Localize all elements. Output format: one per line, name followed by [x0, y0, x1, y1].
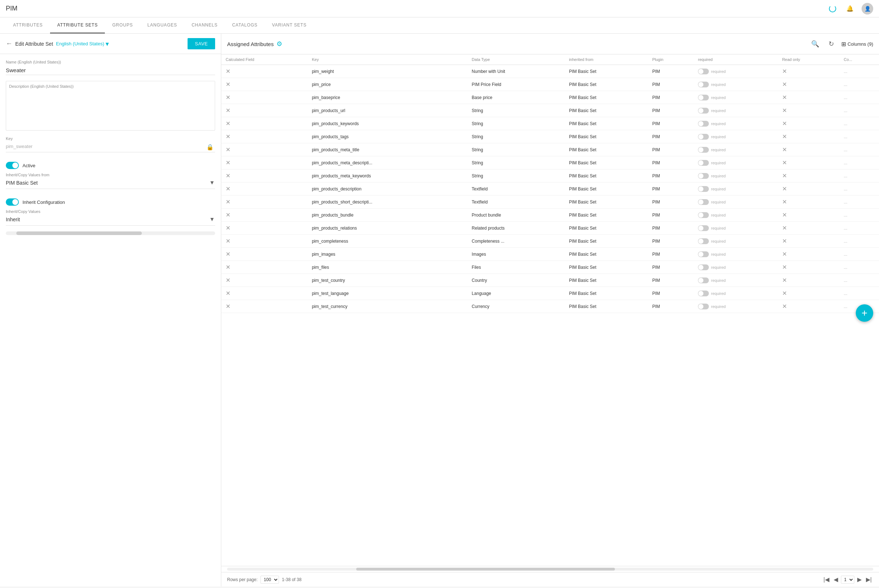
required-toggle[interactable]	[698, 147, 709, 153]
tab-languages[interactable]: LANGUAGES	[140, 17, 184, 33]
cell-read-only[interactable]: ✕	[778, 261, 840, 274]
search-icon[interactable]: 🔍	[809, 38, 821, 50]
cell-x-btn[interactable]: ✕	[221, 65, 308, 78]
left-scrollbar[interactable]	[6, 231, 215, 235]
tab-catalogs[interactable]: CATALOGS	[225, 17, 265, 33]
refresh-icon[interactable]	[827, 3, 838, 15]
page-select[interactable]: 1	[841, 576, 854, 584]
last-page-button[interactable]: ▶|	[864, 575, 873, 584]
tab-attribute-sets[interactable]: ATTRIBUTE SETS	[50, 17, 105, 33]
required-toggle[interactable]	[698, 278, 709, 283]
cell-x-btn[interactable]: ✕	[221, 222, 308, 235]
cell-required: required	[694, 91, 778, 104]
cell-read-only[interactable]: ✕	[778, 65, 840, 78]
cell-x-btn[interactable]: ✕	[221, 156, 308, 170]
cell-read-only[interactable]: ✕	[778, 104, 840, 117]
cell-x-btn[interactable]: ✕	[221, 104, 308, 117]
cell-read-only[interactable]: ✕	[778, 287, 840, 300]
table-row: ✕ pim_test_country Country PIM Basic Set…	[221, 274, 879, 287]
cell-read-only[interactable]: ✕	[778, 208, 840, 222]
save-button[interactable]: SAVE	[188, 38, 215, 50]
required-toggle[interactable]	[698, 225, 709, 231]
language-selector[interactable]: English (United States) ▾	[56, 40, 109, 48]
cell-read-only[interactable]: ✕	[778, 248, 840, 261]
cell-x-btn[interactable]: ✕	[221, 117, 308, 130]
required-toggle[interactable]	[698, 121, 709, 127]
cell-x-btn[interactable]: ✕	[221, 143, 308, 156]
cell-x-btn[interactable]: ✕	[221, 248, 308, 261]
inherit-from-select[interactable]: PIM Basic Set ▾	[6, 178, 215, 189]
cell-read-only[interactable]: ✕	[778, 78, 840, 91]
required-toggle[interactable]	[698, 186, 709, 192]
active-toggle[interactable]	[6, 162, 19, 169]
required-toggle[interactable]	[698, 173, 709, 179]
table-h-scrollbar[interactable]	[227, 568, 873, 571]
required-toggle[interactable]	[698, 160, 709, 166]
cell-x-btn[interactable]: ✕	[221, 274, 308, 287]
cell-read-only[interactable]: ✕	[778, 222, 840, 235]
table-row: ✕ pim_test_language Language PIM Basic S…	[221, 287, 879, 300]
cell-x-btn[interactable]: ✕	[221, 195, 308, 208]
rows-per-page-select[interactable]: 100 50 25	[261, 576, 279, 584]
required-toggle[interactable]	[698, 291, 709, 296]
columns-button[interactable]: ⊞ Columns (9)	[841, 40, 873, 48]
cell-read-only[interactable]: ✕	[778, 143, 840, 156]
required-toggle[interactable]	[698, 69, 709, 74]
required-toggle[interactable]	[698, 264, 709, 270]
avatar[interactable]: 👤	[862, 3, 873, 15]
cell-x-btn[interactable]: ✕	[221, 91, 308, 104]
cell-x-btn[interactable]: ✕	[221, 208, 308, 222]
cell-plugin: PIM	[648, 130, 694, 143]
settings-gear-icon[interactable]: ⚙	[276, 40, 282, 48]
columns-grid-icon: ⊞	[841, 40, 846, 48]
cell-read-only[interactable]: ✕	[778, 183, 840, 195]
cell-x-btn[interactable]: ✕	[221, 287, 308, 300]
key-field-group: Key 🔒	[6, 136, 215, 152]
desc-textarea[interactable]	[9, 90, 212, 126]
cell-read-only[interactable]: ✕	[778, 274, 840, 287]
cell-key: pim_files	[308, 261, 468, 274]
inherit-config-toggle[interactable]	[6, 198, 19, 206]
required-toggle[interactable]	[698, 108, 709, 114]
first-page-button[interactable]: |◀	[822, 575, 831, 584]
bell-icon[interactable]: 🔔	[844, 3, 856, 15]
cell-x-btn[interactable]: ✕	[221, 261, 308, 274]
required-toggle[interactable]	[698, 212, 709, 218]
cell-read-only[interactable]: ✕	[778, 195, 840, 208]
back-button[interactable]: ←	[6, 40, 12, 48]
cell-read-only[interactable]: ✕	[778, 117, 840, 130]
tab-variant-sets[interactable]: VARIANT SETS	[265, 17, 314, 33]
cell-x-btn[interactable]: ✕	[221, 300, 308, 313]
required-toggle[interactable]	[698, 134, 709, 140]
cell-x-btn[interactable]: ✕	[221, 78, 308, 91]
add-attribute-fab[interactable]: +	[856, 304, 873, 322]
required-toggle[interactable]	[698, 238, 709, 244]
cell-data-type: Country	[467, 274, 564, 287]
inherit-config-label: Inherit Configuration	[22, 200, 65, 205]
cell-read-only[interactable]: ✕	[778, 156, 840, 170]
required-toggle[interactable]	[698, 304, 709, 309]
tab-attributes[interactable]: ATTRIBUTES	[6, 17, 50, 33]
required-toggle[interactable]	[698, 94, 709, 100]
cell-read-only[interactable]: ✕	[778, 170, 840, 183]
cell-read-only[interactable]: ✕	[778, 91, 840, 104]
cell-read-only[interactable]: ✕	[778, 235, 840, 248]
required-toggle[interactable]	[698, 251, 709, 257]
key-input[interactable]	[6, 142, 215, 150]
reload-icon[interactable]: ↻	[825, 38, 837, 50]
columns-label: Columns (9)	[848, 41, 873, 47]
cell-x-btn[interactable]: ✕	[221, 235, 308, 248]
cell-x-btn[interactable]: ✕	[221, 170, 308, 183]
required-toggle[interactable]	[698, 199, 709, 205]
prev-page-button[interactable]: ◀	[832, 575, 840, 584]
next-page-button[interactable]: ▶	[856, 575, 863, 584]
required-toggle[interactable]	[698, 82, 709, 87]
tab-groups[interactable]: GROUPS	[105, 17, 140, 33]
name-input[interactable]	[6, 66, 215, 75]
tab-channels[interactable]: CHANNELS	[184, 17, 225, 33]
inherit-copy-select[interactable]: Inherit ▾	[6, 215, 215, 226]
cell-x-btn[interactable]: ✕	[221, 130, 308, 143]
cell-x-btn[interactable]: ✕	[221, 183, 308, 195]
cell-read-only[interactable]: ✕	[778, 300, 840, 313]
cell-read-only[interactable]: ✕	[778, 130, 840, 143]
